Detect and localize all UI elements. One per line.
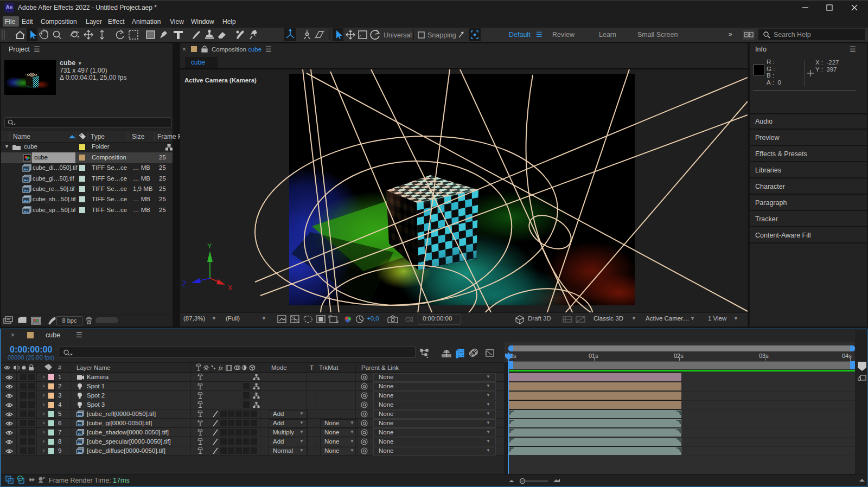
svg-text:Snapping: Snapping <box>427 31 456 39</box>
svg-text:Z: Z <box>182 280 187 288</box>
svg-text:X: X <box>228 284 233 292</box>
svg-text:Universal: Universal <box>384 31 412 39</box>
svg-text:Y: Y <box>207 242 212 250</box>
